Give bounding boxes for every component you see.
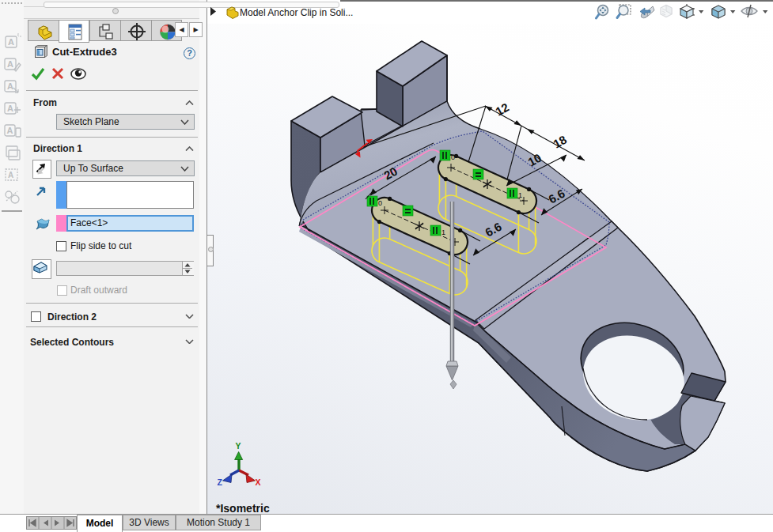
svg-text:X: X	[256, 477, 261, 487]
svg-text:A: A	[7, 104, 13, 113]
svg-text:0: 0	[378, 199, 382, 207]
svg-text:Z: Z	[218, 477, 223, 487]
svg-text:1: 1	[518, 191, 522, 199]
svg-text:0: 0	[451, 153, 455, 161]
svg-text:A: A	[8, 171, 13, 179]
svg-text:A: A	[7, 59, 13, 69]
svg-text:A: A	[7, 126, 13, 135]
svg-text:*Isometric: *Isometric	[216, 502, 270, 515]
svg-text:18: 18	[551, 133, 569, 151]
svg-text:1: 1	[441, 228, 445, 236]
svg-text:A: A	[8, 37, 14, 47]
svg-text:A: A	[7, 81, 13, 91]
svg-text:Y: Y	[236, 441, 241, 451]
svg-text:12: 12	[493, 100, 511, 119]
